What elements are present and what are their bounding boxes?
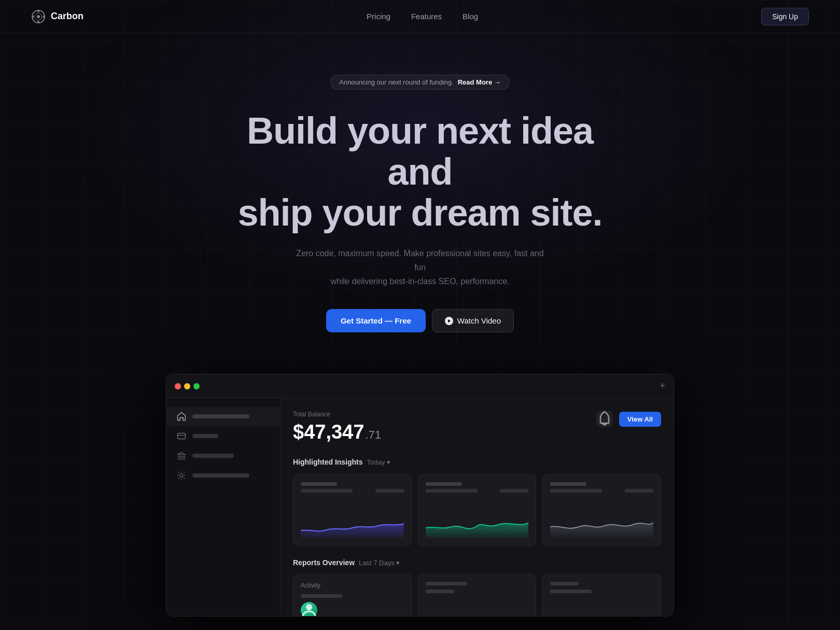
- balance-info: Total Balance $47,347 .71: [293, 411, 381, 443]
- chart-card-2: [418, 474, 537, 546]
- watch-video-button[interactable]: Watch Video: [432, 309, 514, 332]
- sidebar-bank-label: [192, 454, 234, 458]
- new-tab-button[interactable]: +: [660, 381, 665, 391]
- dashboard-main: Total Balance $47,347 .71 View All: [281, 398, 674, 616]
- minimize-dot[interactable]: [184, 383, 190, 389]
- nav-blog[interactable]: Blog: [463, 12, 478, 21]
- get-started-button[interactable]: Get Started — Free: [326, 309, 426, 332]
- chart-value-2: [426, 489, 478, 493]
- sidebar-item-bank[interactable]: [166, 446, 280, 466]
- insights-header: Highlighted Insights Today ▾: [293, 458, 661, 466]
- hero-subtitle-line2: while delivering best-in-class SEO, perf…: [330, 277, 509, 286]
- chart-badge-2: [500, 489, 528, 493]
- announcement-text: Announcing our next round of funding.: [339, 78, 453, 86]
- svg-rect-7: [178, 433, 186, 439]
- reports-header: Reports Overview Last 7 Days ▾: [293, 558, 661, 567]
- brand-logo[interactable]: Carbon: [31, 9, 83, 24]
- chart-area-2: [426, 507, 529, 538]
- dashboard-sidebar: [166, 398, 281, 616]
- svg-point-6: [43, 16, 45, 18]
- watch-video-label: Watch Video: [457, 316, 501, 325]
- chart-badge-1: [375, 489, 404, 493]
- report-activity-title: Activity: [301, 582, 404, 589]
- nav-links: Pricing Features Blog: [367, 12, 478, 21]
- hero-title-line1: Build your next idea and: [247, 110, 593, 192]
- sidebar-cards-label: [192, 434, 218, 438]
- balance-section: Total Balance $47,347 .71 View All: [293, 411, 661, 443]
- nav-features[interactable]: Features: [411, 12, 442, 21]
- reports-period[interactable]: Last 7 Days ▾: [359, 559, 400, 567]
- hero-title-line2: ship your dream site.: [237, 192, 602, 233]
- reports-title: Reports Overview: [293, 558, 355, 567]
- sidebar-item-cards[interactable]: [166, 426, 280, 446]
- brand-name: Carbon: [51, 11, 83, 22]
- svg-point-2: [37, 15, 40, 18]
- insights-title: Highlighted Insights: [293, 458, 363, 466]
- sidebar-item-settings[interactable]: [166, 466, 280, 485]
- view-all-button[interactable]: View All: [619, 412, 661, 427]
- sidebar-item-home[interactable]: [166, 407, 280, 426]
- user-avatar: [301, 602, 317, 616]
- report-bar-2a: [426, 582, 467, 585]
- chart-area-3: [550, 507, 653, 538]
- balance-actions: View All: [596, 411, 661, 427]
- play-icon: [445, 317, 453, 325]
- user-icon: [301, 602, 317, 616]
- svg-point-5: [32, 16, 34, 18]
- report-card-activity: Activity: [293, 574, 412, 616]
- report-bar-2b: [426, 590, 454, 593]
- svg-point-4: [37, 21, 39, 23]
- hero-section: Announcing our next round of funding. Re…: [0, 33, 840, 363]
- hero-title: Build your next idea and ship your dream…: [213, 110, 627, 234]
- home-icon: [177, 412, 186, 421]
- chart-svg-1: [301, 507, 404, 538]
- balance-amount: $47,347 .71: [293, 421, 381, 443]
- settings-icon: [177, 471, 186, 480]
- balance-label: Total Balance: [293, 411, 381, 418]
- svg-point-10: [306, 604, 312, 610]
- svg-point-9: [180, 474, 183, 477]
- dashboard-mockup: +: [166, 374, 674, 617]
- reports-chevron-icon: ▾: [396, 559, 400, 567]
- carbon-logo-icon: [31, 9, 46, 24]
- chart-label-2: [426, 482, 462, 486]
- reports-grid: Activity: [293, 574, 661, 616]
- bank-icon: [177, 451, 186, 460]
- report-card-2: [418, 574, 537, 616]
- hero-subtitle-line1: Zero code, maximum speed. Make professio…: [296, 249, 543, 272]
- balance-main: $47,347: [293, 421, 364, 443]
- reports-period-label: Last 7 Days: [359, 559, 395, 567]
- report-bar-1: [301, 594, 342, 598]
- chart-svg-2: [426, 507, 529, 538]
- nav-pricing[interactable]: Pricing: [367, 12, 390, 21]
- hero-subtitle: Zero code, maximum speed. Make professio…: [296, 246, 544, 289]
- chart-card-3: [542, 474, 661, 546]
- notifications-button[interactable]: [596, 411, 613, 427]
- balance-cents: .71: [365, 428, 381, 442]
- signup-button[interactable]: Sign Up: [761, 8, 809, 25]
- navbar: Carbon Pricing Features Blog Sign Up: [0, 0, 840, 33]
- chevron-down-icon: ▾: [387, 458, 390, 466]
- report-bar-3a: [550, 582, 579, 585]
- dashboard-layout: Total Balance $47,347 .71 View All: [166, 398, 674, 616]
- report-card-3: [542, 574, 661, 616]
- window-titlebar: +: [166, 374, 674, 398]
- credit-card-icon: [177, 431, 186, 441]
- report-bar-3b: [550, 590, 592, 593]
- chart-value-3: [550, 489, 602, 493]
- sidebar-settings-label: [192, 473, 249, 478]
- chart-label-1: [301, 482, 337, 486]
- insights-period-label: Today: [367, 458, 385, 466]
- chart-label-3: [550, 482, 586, 486]
- chart-badge-3: [625, 489, 653, 493]
- chart-svg-3: [550, 507, 653, 538]
- maximize-dot[interactable]: [193, 383, 200, 389]
- chart-area-1: [301, 507, 404, 538]
- insights-period[interactable]: Today ▾: [367, 458, 391, 466]
- sidebar-home-label: [192, 414, 249, 418]
- close-dot[interactable]: [175, 383, 181, 389]
- svg-point-3: [37, 10, 39, 12]
- chart-value-1: [301, 489, 353, 493]
- announcement-banner[interactable]: Announcing our next round of funding. Re…: [330, 75, 510, 90]
- read-more-link[interactable]: Read More →: [458, 78, 501, 86]
